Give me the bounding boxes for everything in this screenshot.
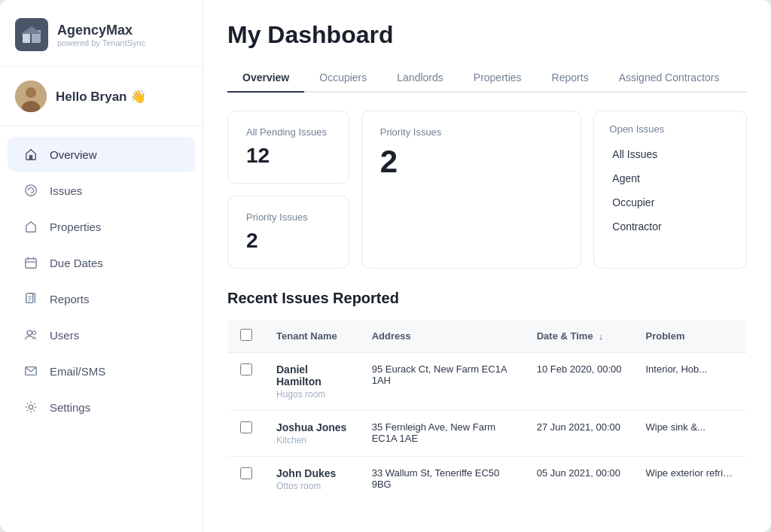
select-all-checkbox[interactable]	[240, 329, 252, 341]
sidebar-item-reports[interactable]: Reports	[8, 281, 195, 316]
main-header: My Dashboard Overview Occupiers Landlord…	[203, 0, 771, 93]
sidebar-user: Hello Bryan 👋	[0, 67, 203, 126]
row-checkbox-cell	[228, 353, 265, 411]
page-title: My Dashboard	[227, 21, 747, 49]
all-pending-issues-label: All Pending Issues	[246, 126, 331, 138]
priority-issues-value-2: 2	[380, 144, 563, 180]
sidebar-item-email-sms-label: Email/SMS	[50, 365, 105, 378]
open-issues-menu-occupier[interactable]: Occupier	[609, 192, 731, 213]
svg-point-7	[26, 185, 36, 196]
th-date-time[interactable]: Date & Time ↓	[525, 320, 634, 353]
tab-overview[interactable]: Overview	[227, 64, 304, 93]
recent-issues-title: Recent Issues Reported	[227, 290, 747, 307]
email-icon	[23, 363, 39, 379]
svg-rect-9	[26, 293, 33, 303]
sidebar-item-users[interactable]: Users	[8, 318, 195, 352]
properties-icon	[23, 218, 39, 235]
sidebar-item-due-dates-label: Due Dates	[50, 257, 103, 269]
th-problem: Problem	[633, 320, 746, 353]
tab-reports[interactable]: Reports	[537, 64, 604, 93]
priority-issues-card: Priority Issues 2	[227, 196, 349, 269]
open-issues-menu-all-issues[interactable]: All Issues	[609, 144, 731, 165]
sidebar-item-issues[interactable]: Issues	[8, 173, 195, 208]
users-icon	[23, 327, 39, 343]
issues-icon	[23, 182, 39, 199]
sidebar-item-issues-label: Issues	[50, 184, 82, 197]
problem-cell: Wipe exterior refrigerator...	[633, 457, 746, 503]
sidebar-item-email-sms[interactable]: Email/SMS	[8, 354, 195, 388]
open-issues-label: Open Issues	[609, 123, 731, 135]
row-checkbox-cell	[228, 457, 265, 503]
table-row: Joshua Jones Kitchen 35 Fernleigh Ave, N…	[228, 411, 747, 457]
th-address: Address	[360, 320, 525, 353]
sidebar-item-overview[interactable]: Overview	[8, 137, 195, 172]
priority-issues-value-1: 2	[246, 229, 331, 253]
sidebar-item-settings-label: Settings	[50, 401, 90, 414]
table-row: Daniel Hamilton Hugos room 95 Eurack Ct,…	[228, 353, 747, 411]
recent-issues-section: Recent Issues Reported Tenant Name Addre…	[227, 290, 747, 503]
th-checkbox	[228, 320, 265, 353]
sidebar-item-overview-label: Overview	[50, 148, 97, 161]
app-logo-icon	[15, 18, 48, 51]
issues-table-body: Daniel Hamilton Hugos room 95 Eurack Ct,…	[228, 353, 747, 503]
brand-name: AgencyMax	[57, 23, 145, 38]
sidebar: AgencyMax powered by TenantSync Hello Br…	[0, 0, 203, 532]
all-pending-issues-value: 12	[246, 144, 331, 168]
tenant-name-cell: Joshua Jones Kitchen	[264, 411, 360, 457]
row-checkbox-1[interactable]	[240, 363, 252, 375]
avatar	[15, 81, 47, 112]
sidebar-item-properties[interactable]: Properties	[8, 209, 195, 244]
sidebar-item-users-label: Users	[50, 329, 79, 342]
row-checkbox-cell	[228, 411, 265, 457]
svg-point-11	[32, 331, 36, 335]
problem-cell: Interior, Hob...	[633, 353, 746, 411]
th-tenant-name: Tenant Name	[264, 320, 360, 353]
stats-row: All Pending Issues 12 Priority Issues 2 …	[227, 111, 747, 269]
date-cell: 05 Jun 2021, 00:00	[525, 457, 634, 503]
tab-properties[interactable]: Properties	[459, 64, 537, 93]
row-checkbox-3[interactable]	[240, 467, 252, 479]
address-cell: 35 Fernleigh Ave, New Farm EC1A 1AE	[360, 411, 525, 457]
powered-by: powered by TenantSync	[57, 38, 145, 47]
sort-icon: ↓	[599, 332, 603, 341]
reports-icon	[23, 290, 39, 307]
tenant-name-cell: John Dukes Ottos room	[264, 457, 360, 503]
issues-table-header: Tenant Name Address Date & Time ↓ Proble…	[228, 320, 747, 353]
svg-rect-6	[29, 155, 33, 160]
tab-assigned-contractors[interactable]: Assigned Contractors	[604, 64, 735, 93]
sidebar-item-due-dates[interactable]: Due Dates	[8, 245, 195, 280]
all-pending-issues-card: All Pending Issues 12	[227, 111, 349, 184]
tabs-bar: Overview Occupiers Landlords Properties …	[227, 64, 747, 93]
table-row: John Dukes Ottos room 33 Wallum St, Tene…	[228, 457, 747, 503]
open-issues-card: Open Issues All Issues Agent Occupier Co…	[593, 111, 747, 269]
problem-cell: Wipe sink &...	[633, 411, 746, 457]
address-cell: 95 Eurack Ct, New Farm EC1A 1AH	[360, 353, 525, 411]
priority-issues-large-card: Priority Issues 2	[361, 111, 582, 269]
open-issues-menu-agent[interactable]: Agent	[609, 168, 731, 189]
svg-point-13	[29, 405, 32, 409]
row-checkbox-2[interactable]	[240, 421, 252, 433]
open-issues-menu: All Issues Agent Occupier Contractor	[609, 144, 731, 237]
open-issues-menu-contractor[interactable]: Contractor	[609, 216, 731, 237]
svg-point-4	[26, 87, 36, 98]
sidebar-nav: Overview Issues Properties	[0, 126, 203, 532]
sidebar-logo: AgencyMax powered by TenantSync	[0, 0, 203, 67]
svg-point-10	[27, 330, 32, 335]
app-window: AgencyMax powered by TenantSync Hello Br…	[0, 0, 771, 532]
priority-issues-label-1: Priority Issues	[246, 211, 331, 223]
stats-left: All Pending Issues 12 Priority Issues 2	[227, 111, 349, 269]
tab-occupiers[interactable]: Occupiers	[304, 64, 382, 93]
svg-rect-8	[26, 259, 36, 269]
settings-icon	[23, 399, 39, 415]
logo-text: AgencyMax powered by TenantSync	[57, 23, 145, 47]
home-icon	[23, 146, 39, 163]
issues-table: Tenant Name Address Date & Time ↓ Proble…	[227, 319, 747, 503]
sidebar-item-reports-label: Reports	[50, 293, 90, 306]
main-content: My Dashboard Overview Occupiers Landlord…	[203, 0, 771, 532]
date-cell: 10 Feb 2020, 00:00	[525, 353, 634, 411]
svg-rect-0	[23, 33, 30, 43]
tab-landlords[interactable]: Landlords	[382, 64, 459, 93]
avatar-image	[15, 81, 47, 112]
sidebar-item-settings[interactable]: Settings	[8, 390, 195, 424]
address-cell: 33 Wallum St, Teneriffe EC50 9BG	[360, 457, 525, 503]
